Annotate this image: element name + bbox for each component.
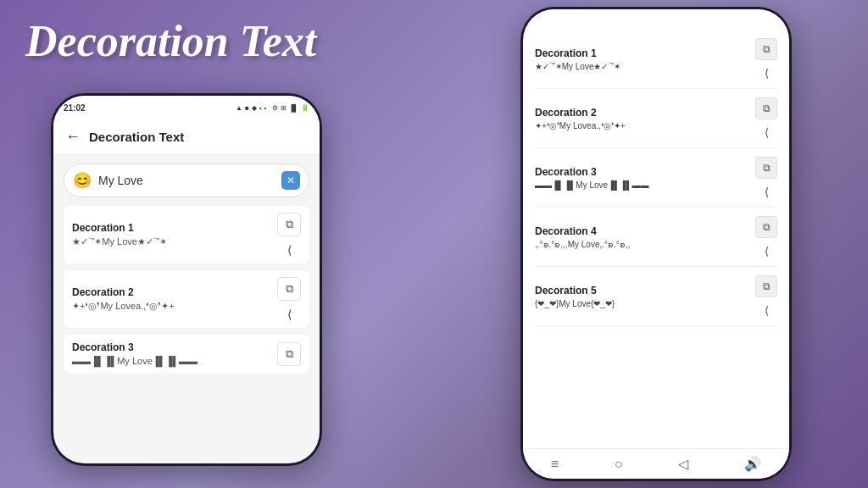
right-deco-preview-5: {❤_❤}My Love{❤_❤} bbox=[535, 299, 748, 308]
phone-header-title: Decoration Text bbox=[89, 130, 184, 144]
right-deco-item-2: Decoration 2 ✦+❛◎❜My Lovea.,❛◎❜✦+ ⧉ ⟨ bbox=[535, 89, 777, 148]
share-button-right-2[interactable]: ⟨ bbox=[765, 126, 769, 139]
left-deco-title-3: Decoration 3 bbox=[72, 341, 277, 353]
share-button-left-1[interactable]: ⟨ bbox=[287, 243, 292, 257]
left-decoration-item-1: Decoration 1 ★✓`˜✶My Love★✓`˜✶ ⧉ ⟨ bbox=[64, 206, 309, 263]
copy-button-right-2[interactable]: ⧉ bbox=[755, 97, 777, 119]
phone-header: ← Decoration Text bbox=[53, 119, 320, 155]
search-input[interactable]: My Love bbox=[98, 174, 275, 187]
left-deco-title-2: Decoration 2 bbox=[72, 286, 277, 298]
search-emoji: 😊 bbox=[73, 171, 92, 190]
left-decoration-list: Decoration 1 ★✓`˜✶My Love★✓`˜✶ ⧉ ⟨ Decor… bbox=[53, 206, 320, 463]
right-deco-title-5: Decoration 5 bbox=[535, 285, 748, 297]
right-deco-item-5: Decoration 5 {❤_❤}My Love{❤_❤} ⧉ ⟨ bbox=[535, 267, 777, 326]
nav-sound-icon[interactable]: 🔊 bbox=[744, 456, 761, 472]
share-button-right-4[interactable]: ⟨ bbox=[765, 245, 769, 258]
left-decoration-item-2: Decoration 2 ✦+❛◎❜My Lovea.,❛◎❜✦+ ⧉ ⟨ bbox=[64, 270, 309, 328]
right-status-bar bbox=[523, 9, 789, 30]
right-deco-preview-4: ,.°ʚ.°ʚ,,.My Love,.°ʚ.°ʚ,, bbox=[535, 240, 748, 249]
right-deco-item-1: Decoration 1 ★✓`˜✶My Love★✓`˜✶ ⧉ ⟨ bbox=[535, 30, 777, 89]
copy-button-right-1[interactable]: ⧉ bbox=[755, 38, 777, 60]
status-icons: ▲ ■ ◆ • • ⚙ ⊞ ▐▌ 🔋 bbox=[236, 104, 309, 112]
clear-icon: ✕ bbox=[287, 175, 295, 186]
right-deco-title-4: Decoration 4 bbox=[535, 225, 748, 237]
right-deco-preview-1: ★✓`˜✶My Love★✓`˜✶ bbox=[535, 62, 748, 71]
right-deco-title-1: Decoration 1 bbox=[535, 47, 748, 59]
copy-button-left-2[interactable]: ⧉ bbox=[277, 277, 301, 301]
phone-nav-bar: ≡ ○ ◁ 🔊 bbox=[523, 448, 789, 479]
right-decoration-list: Decoration 1 ★✓`˜✶My Love★✓`˜✶ ⧉ ⟨ Decor… bbox=[523, 30, 789, 448]
share-button-right-3[interactable]: ⟨ bbox=[765, 186, 769, 198]
phone-right: Decoration 1 ★✓`˜✶My Love★✓`˜✶ ⧉ ⟨ Decor… bbox=[520, 7, 792, 481]
copy-button-right-4[interactable]: ⧉ bbox=[755, 216, 777, 238]
left-deco-preview-2: ✦+❛◎❜My Lovea.,❛◎❜✦+ bbox=[72, 301, 277, 312]
copy-button-right-3[interactable]: ⧉ bbox=[755, 157, 777, 179]
search-bar: 😊 My Love ✕ bbox=[64, 164, 309, 197]
share-button-right-1[interactable]: ⟨ bbox=[765, 67, 769, 80]
right-deco-title-2: Decoration 2 bbox=[535, 107, 748, 119]
share-button-left-2[interactable]: ⟨ bbox=[287, 308, 292, 321]
back-button[interactable]: ← bbox=[65, 128, 81, 146]
copy-button-left-1[interactable]: ⧉ bbox=[277, 213, 301, 236]
left-deco-preview-3: ▬▬▐▌▐▌My Love▐▌▐▌▬▬ bbox=[72, 356, 277, 366]
left-decoration-item-3: Decoration 3 ▬▬▐▌▐▌My Love▐▌▐▌▬▬ ⧉ bbox=[64, 335, 309, 373]
right-deco-title-3: Decoration 3 bbox=[535, 166, 748, 178]
search-clear-button[interactable]: ✕ bbox=[281, 171, 300, 190]
share-button-right-5[interactable]: ⟨ bbox=[765, 304, 769, 317]
status-time: 21:02 bbox=[64, 103, 86, 113]
nav-home-icon[interactable]: ○ bbox=[615, 457, 623, 472]
left-deco-title-1: Decoration 1 bbox=[72, 222, 277, 234]
right-deco-item-3: Decoration 3 ▬▬▐▌▐▌My Love▐▌▐▌▬▬ ⧉ ⟨ bbox=[535, 148, 777, 208]
phone-status-bar: 21:02 ▲ ■ ◆ • • ⚙ ⊞ ▐▌ 🔋 bbox=[53, 96, 320, 119]
right-deco-preview-2: ✦+❛◎❜My Lovea.,❛◎❜✦+ bbox=[535, 121, 748, 130]
copy-button-left-3[interactable]: ⧉ bbox=[277, 342, 301, 366]
copy-button-right-5[interactable]: ⧉ bbox=[755, 275, 777, 297]
nav-menu-icon[interactable]: ≡ bbox=[551, 457, 559, 472]
nav-back-icon[interactable]: ◁ bbox=[678, 456, 688, 472]
right-deco-preview-3: ▬▬▐▌▐▌My Love▐▌▐▌▬▬ bbox=[535, 180, 748, 190]
app-title: Decoration Text bbox=[25, 17, 316, 65]
left-deco-preview-1: ★✓`˜✶My Love★✓`˜✶ bbox=[72, 236, 277, 247]
right-section: Decoration 1 ★✓`˜✶My Love★✓`˜✶ ⧉ ⟨ Decor… bbox=[444, 0, 868, 488]
right-deco-item-4: Decoration 4 ,.°ʚ.°ʚ,,.My Love,.°ʚ.°ʚ,, … bbox=[535, 208, 777, 267]
left-section: Decoration Text 21:02 ▲ ■ ◆ • • ⚙ ⊞ ▐▌ 🔋 bbox=[0, 0, 424, 488]
phone-left: 21:02 ▲ ■ ◆ • • ⚙ ⊞ ▐▌ 🔋 ← Decoration Te… bbox=[51, 93, 322, 466]
